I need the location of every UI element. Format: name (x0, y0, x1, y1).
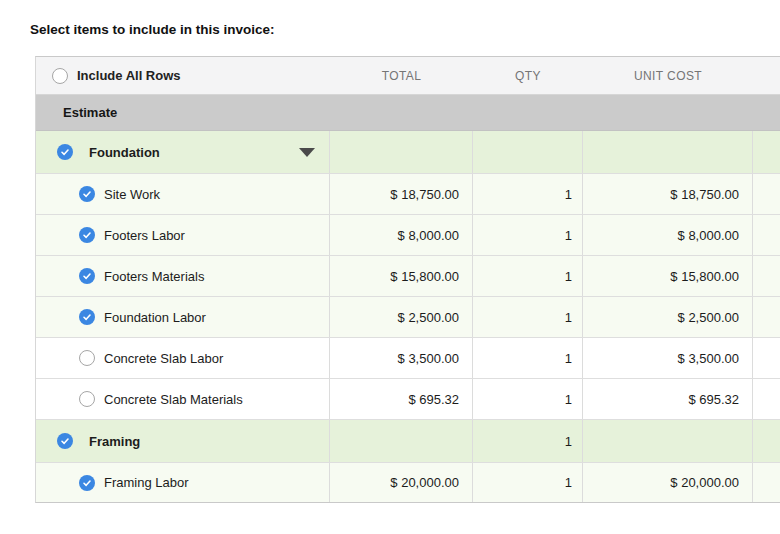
row-total-cell: $ 8,000.00 (330, 215, 473, 255)
section-label: Estimate (36, 95, 780, 130)
row-total-cell: $ 2,500.00 (330, 297, 473, 337)
row-qty-cell: 1 (473, 463, 583, 502)
row-qty-cell: 1 (473, 174, 583, 214)
row-label: Framing Labor (104, 475, 189, 490)
row-item-cell: Footers Materials (36, 256, 330, 296)
section-header-estimate: Estimate (36, 95, 780, 131)
row-item-cell: Site Work (36, 174, 330, 214)
row-extra-cell (753, 215, 780, 255)
row-item-cell: Foundation (36, 131, 330, 173)
row-qty-cell: 1 (473, 297, 583, 337)
table-row[interactable]: Footers Materials$ 15,800.001$ 15,800.00 (36, 256, 780, 297)
include-all-label: Include All Rows (77, 68, 181, 83)
row-label: Site Work (104, 187, 160, 202)
row-unit-cost-cell (583, 131, 753, 173)
row-label: Foundation Labor (104, 310, 206, 325)
table-row[interactable]: Framing1 (36, 420, 780, 463)
row-checkbox-checked[interactable] (79, 309, 95, 325)
row-unit-cost-cell: $ 3,500.00 (583, 338, 753, 378)
table-header-row: Include All Rows TOTAL QTY UNIT COST (36, 57, 780, 95)
row-qty-cell (473, 131, 583, 173)
row-label: Concrete Slab Materials (104, 392, 243, 407)
chevron-down-icon[interactable] (299, 148, 315, 157)
row-qty-cell: 1 (473, 256, 583, 296)
row-label: Footers Materials (104, 269, 204, 284)
row-extra-cell (753, 131, 780, 173)
row-extra-cell (753, 338, 780, 378)
row-label: Concrete Slab Labor (104, 351, 223, 366)
row-unit-cost-cell: $ 695.32 (583, 379, 753, 419)
include-all-checkbox[interactable] (52, 68, 68, 84)
row-item-cell: Foundation Labor (36, 297, 330, 337)
row-item-cell: Concrete Slab Materials (36, 379, 330, 419)
column-header-qty: QTY (473, 57, 583, 94)
row-total-cell: $ 695.32 (330, 379, 473, 419)
row-extra-cell (753, 463, 780, 502)
row-qty-cell: 1 (473, 338, 583, 378)
table-row[interactable]: Framing Labor$ 20,000.001$ 20,000.00 (36, 463, 780, 502)
include-all-cell: Include All Rows (36, 57, 330, 94)
row-extra-cell (753, 379, 780, 419)
table-rows: FoundationSite Work$ 18,750.001$ 18,750.… (36, 131, 780, 502)
row-item-cell: Framing (36, 420, 330, 462)
page-title: Select items to include in this invoice: (30, 22, 275, 37)
row-extra-cell (753, 420, 780, 462)
column-header-extra (753, 57, 780, 94)
row-checkbox-checked[interactable] (79, 475, 95, 491)
row-total-cell: $ 18,750.00 (330, 174, 473, 214)
row-label: Framing (89, 434, 140, 449)
row-unit-cost-cell (583, 420, 753, 462)
table-row[interactable]: Foundation (36, 131, 780, 174)
row-qty-cell: 1 (473, 379, 583, 419)
row-unit-cost-cell: $ 8,000.00 (583, 215, 753, 255)
table-row[interactable]: Concrete Slab Materials$ 695.321$ 695.32 (36, 379, 780, 420)
table-row[interactable]: Concrete Slab Labor$ 3,500.001$ 3,500.00 (36, 338, 780, 379)
row-total-cell: $ 20,000.00 (330, 463, 473, 502)
row-unit-cost-cell: $ 15,800.00 (583, 256, 753, 296)
row-qty-cell: 1 (473, 215, 583, 255)
row-total-cell (330, 131, 473, 173)
row-item-cell: Framing Labor (36, 463, 330, 502)
row-extra-cell (753, 174, 780, 214)
invoice-items-table: Include All Rows TOTAL QTY UNIT COST Est… (35, 56, 780, 503)
row-checkbox-unchecked[interactable] (79, 391, 95, 407)
row-qty-cell: 1 (473, 420, 583, 462)
row-total-cell (330, 420, 473, 462)
row-unit-cost-cell: $ 20,000.00 (583, 463, 753, 502)
row-checkbox-checked[interactable] (79, 268, 95, 284)
row-label: Foundation (89, 145, 160, 160)
row-checkbox-checked[interactable] (79, 227, 95, 243)
row-total-cell: $ 15,800.00 (330, 256, 473, 296)
row-label: Footers Labor (104, 228, 185, 243)
row-unit-cost-cell: $ 18,750.00 (583, 174, 753, 214)
table-row[interactable]: Foundation Labor$ 2,500.001$ 2,500.00 (36, 297, 780, 338)
row-checkbox-checked[interactable] (79, 186, 95, 202)
row-total-cell: $ 3,500.00 (330, 338, 473, 378)
row-checkbox-checked[interactable] (57, 144, 73, 160)
row-extra-cell (753, 256, 780, 296)
column-header-unit-cost: UNIT COST (583, 57, 753, 94)
column-header-total: TOTAL (330, 57, 473, 94)
row-item-cell: Concrete Slab Labor (36, 338, 330, 378)
row-extra-cell (753, 297, 780, 337)
table-row[interactable]: Site Work$ 18,750.001$ 18,750.00 (36, 174, 780, 215)
row-item-cell: Footers Labor (36, 215, 330, 255)
row-checkbox-checked[interactable] (57, 433, 73, 449)
table-row[interactable]: Footers Labor$ 8,000.001$ 8,000.00 (36, 215, 780, 256)
row-unit-cost-cell: $ 2,500.00 (583, 297, 753, 337)
row-checkbox-unchecked[interactable] (79, 350, 95, 366)
